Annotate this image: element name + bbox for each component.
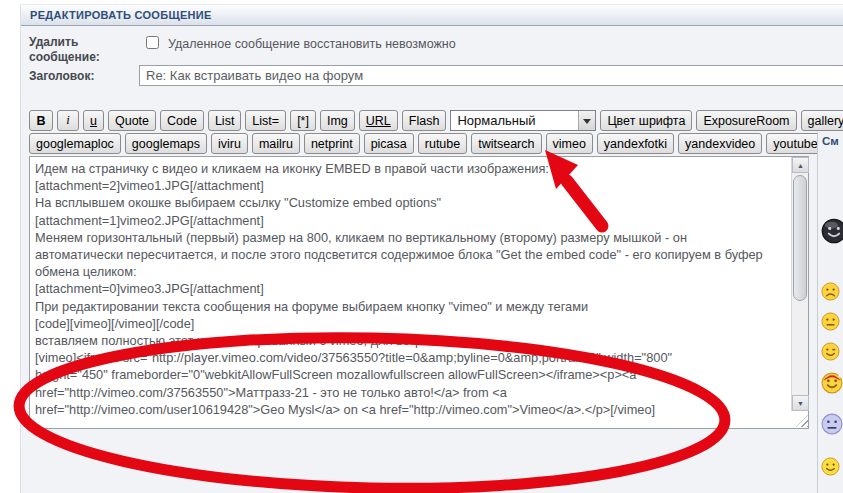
smileys-title: См	[822, 135, 839, 147]
subject-label: Заголовок:	[29, 69, 94, 83]
googlemaps-button[interactable]: googlemaps	[125, 133, 207, 154]
underline-button[interactable]: u	[83, 110, 104, 131]
page-title: РЕДАКТИРОВАТЬ СООБЩЕНИЕ	[21, 5, 843, 26]
picasa-button[interactable]: picasa	[364, 133, 414, 154]
delete-message-label: Удалить сообщение:	[29, 35, 121, 65]
sad-smiley-icon[interactable]	[821, 282, 840, 301]
extra-buttons-group: Цвет шрифтаExposureRoomgalleryru2gdo	[600, 110, 843, 131]
yandexvideo-button[interactable]: yandexvideo	[678, 133, 762, 154]
scrollbar-down-arrow-icon[interactable]: ▼	[792, 395, 809, 411]
netprint-button[interactable]: netprint	[304, 133, 360, 154]
format-toolbar: BiuQuoteCodeListList=[*]ImgURLFlash Норм…	[29, 110, 843, 131]
smile-smiley-icon[interactable]	[821, 457, 840, 476]
delete-message-checkbox[interactable]	[146, 36, 159, 49]
galleryru2-button[interactable]: galleryru2	[801, 110, 843, 131]
subject-input[interactable]	[139, 65, 843, 86]
iviru-button[interactable]: iviru	[211, 133, 248, 154]
list-button[interactable]: List	[208, 110, 241, 131]
paragraph-style-select[interactable]: Нормальный	[450, 110, 596, 131]
smileys-sidebar: См	[817, 132, 843, 493]
delete-message-note: Удаленное сообщение восстановить невозмо…	[168, 37, 456, 51]
blue-smiley-icon[interactable]	[821, 413, 843, 435]
paragraph-style-value: Нормальный	[451, 113, 578, 128]
ordered-list-button[interactable]: List=	[245, 110, 286, 131]
santa-hat-smiley-icon[interactable]	[821, 372, 843, 394]
yandexfotki-button[interactable]: yandexfotki	[597, 133, 674, 154]
googlemaploc-button[interactable]: googlemaploc	[29, 133, 121, 154]
edit-message-panel: РЕДАКТИРОВАТЬ СООБЩЕНИЕ Удалить сообщени…	[20, 4, 843, 493]
youtube-button[interactable]: youtube	[766, 133, 824, 154]
quote-button[interactable]: Quote	[108, 110, 156, 131]
scrollbar-thumb[interactable]	[793, 175, 807, 301]
message-body-textarea[interactable]	[29, 156, 809, 429]
flash-button[interactable]: Flash	[402, 110, 447, 131]
wink-smiley-icon[interactable]	[821, 342, 840, 361]
neutral-smiley-icon[interactable]	[821, 312, 840, 331]
font-color-button[interactable]: Цвет шрифта	[600, 110, 692, 131]
scrollbar-up-arrow-icon[interactable]: ▲	[792, 157, 809, 173]
italic-button[interactable]: i	[57, 110, 79, 131]
bold-button[interactable]: B	[29, 110, 53, 131]
exposureroom-button[interactable]: ExposureRoom	[696, 110, 796, 131]
bbcode-buttons-group: BiuQuoteCodeListList=[*]ImgURLFlash	[29, 110, 446, 131]
list-item-button[interactable]: [*]	[290, 110, 316, 131]
rutube-button[interactable]: rutube	[418, 133, 467, 154]
url-button[interactable]: URL	[359, 110, 398, 131]
textarea-scrollbar[interactable]: ▲ ▼	[791, 157, 808, 411]
service-toolbar: googlemaplocgooglemapsivirumailrunetprin…	[29, 133, 843, 154]
vimeo-button[interactable]: vimeo	[546, 133, 593, 154]
twitsearch-button[interactable]: twitsearch	[471, 133, 541, 154]
dark-smiley-icon[interactable]	[821, 218, 843, 244]
code-button[interactable]: Code	[160, 110, 204, 131]
img-button[interactable]: Img	[320, 110, 355, 131]
chevron-down-icon[interactable]	[578, 111, 595, 130]
mailru-button[interactable]: mailru	[252, 133, 300, 154]
